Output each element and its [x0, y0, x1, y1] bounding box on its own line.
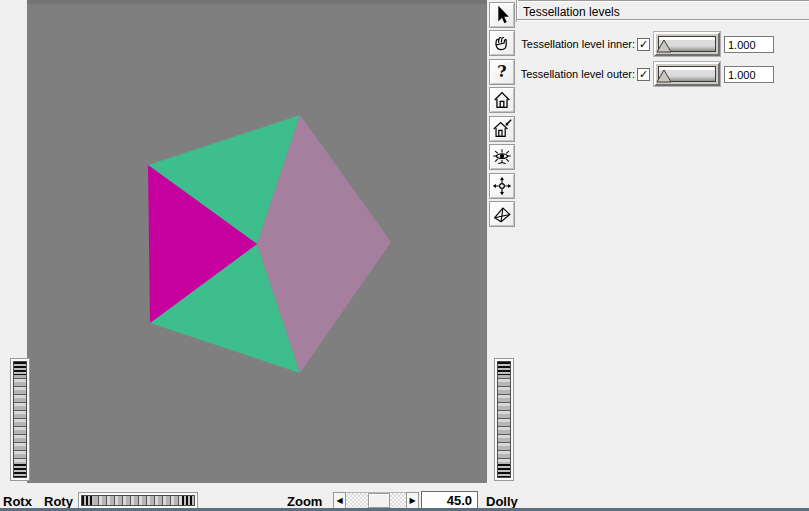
- zoom-label: Zoom: [287, 494, 322, 509]
- dolly-label: Dolly: [486, 494, 518, 509]
- right-arrow-icon: ▶: [409, 496, 415, 505]
- left-arrow-icon: ◀: [336, 496, 342, 505]
- zoom-scrollbar-track[interactable]: [346, 492, 406, 509]
- application-window: ?: [0, 0, 809, 511]
- zoom-increase-button[interactable]: ▶: [406, 492, 419, 509]
- outer-level-slider[interactable]: [654, 62, 720, 86]
- outer-level-value-field[interactable]: [724, 66, 774, 83]
- inner-level-slider[interactable]: [654, 32, 720, 56]
- inner-slider-thumb[interactable]: [656, 39, 672, 53]
- roty-label: Roty: [44, 494, 73, 509]
- wireframe-mesh-button[interactable]: [489, 201, 515, 227]
- trackbar-end-cap: [498, 464, 510, 477]
- inner-level-label: Tessellation level inner:: [500, 38, 635, 51]
- trackbar-end-cap: [182, 496, 194, 505]
- select-cursor-button[interactable]: [489, 2, 515, 28]
- home-view-button[interactable]: [489, 87, 515, 113]
- outer-level-checkbox[interactable]: ✓: [637, 68, 650, 81]
- crosshair-move-icon: [491, 175, 513, 197]
- cursor-arrow-icon: [491, 4, 513, 26]
- outer-slider-thumb[interactable]: [656, 69, 672, 83]
- dolly-trackbar[interactable]: [494, 358, 514, 481]
- pentagon-mesh: [27, 0, 487, 483]
- roty-trackbar-ribs: [81, 495, 195, 506]
- trackbar-end-cap: [14, 464, 26, 477]
- check-icon: ✓: [639, 69, 648, 80]
- reset-home-view-button[interactable]: [489, 116, 515, 142]
- home-icon: [491, 89, 513, 111]
- panel-title-underline: [517, 19, 809, 21]
- trackbar-end-cap: [498, 362, 510, 375]
- panel-top-border: [517, 0, 809, 2]
- rotx-trackbar-ribs: [13, 361, 27, 478]
- light-view-button[interactable]: [489, 144, 515, 170]
- trackbar-end-cap: [82, 496, 94, 505]
- inner-level-value-field[interactable]: [724, 36, 774, 53]
- panel-title: Tessellation levels: [523, 5, 620, 19]
- zoom-decrease-button[interactable]: ◀: [333, 492, 346, 509]
- gl-viewport[interactable]: [27, 0, 487, 483]
- outer-level-label: Tessellation level outer:: [500, 68, 635, 81]
- trackbar-end-cap: [14, 362, 26, 375]
- mesh-plane-icon: [491, 203, 513, 225]
- inner-level-checkbox[interactable]: ✓: [637, 38, 650, 51]
- rotx-trackbar[interactable]: [10, 358, 30, 481]
- eye-rays-icon: [491, 146, 513, 168]
- zoom-scrollbar-thumb[interactable]: [368, 493, 390, 508]
- move-center-button[interactable]: [489, 173, 515, 199]
- roty-trackbar[interactable]: [78, 492, 198, 509]
- check-icon: ✓: [639, 39, 648, 50]
- dolly-trackbar-ribs: [497, 361, 511, 478]
- rotx-label: Rotx: [3, 494, 32, 509]
- home-arrow-icon: [491, 118, 513, 140]
